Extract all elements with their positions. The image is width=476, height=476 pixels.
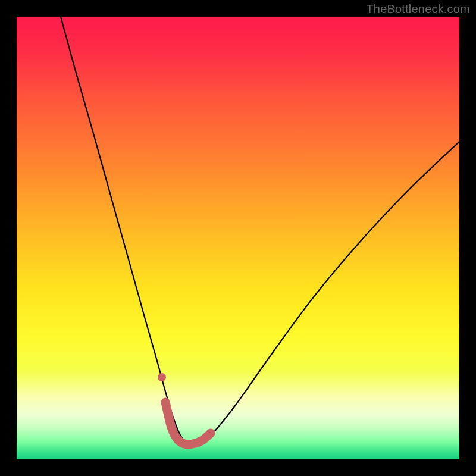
curve-path	[61, 17, 459, 446]
watermark-text: TheBottleneck.com	[366, 2, 470, 16]
highlight-start-dot	[158, 373, 166, 381]
highlight-path	[165, 402, 211, 444]
bottleneck-curve	[17, 17, 459, 459]
chart-frame	[17, 17, 459, 459]
